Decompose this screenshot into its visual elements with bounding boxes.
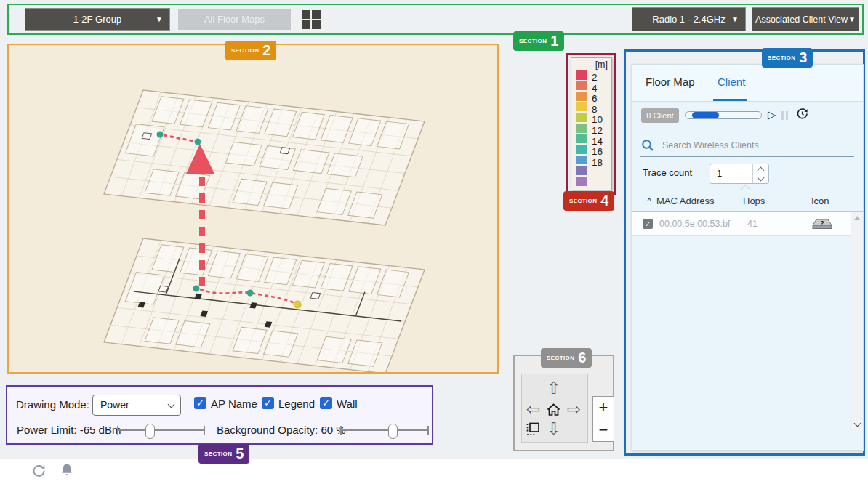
region-select-icon[interactable]: [526, 422, 540, 439]
client-search[interactable]: [641, 139, 809, 152]
client-panel-box: Floor Map Client 0 Client ▷ Trace coun: [624, 49, 865, 456]
section-badge-4: SECTION 4: [563, 191, 614, 211]
wall-checkbox[interactable]: ✓: [320, 397, 332, 409]
legend-unit-label: [m]: [576, 60, 608, 70]
pan-down-icon[interactable]: ⇩: [547, 421, 560, 437]
stepper-down-icon[interactable]: [758, 174, 765, 181]
power-limit-label: Power Limit: -65 dBm: [17, 424, 121, 436]
trace-count-value: 1: [717, 168, 722, 179]
legend-checkbox[interactable]: ✓: [262, 397, 274, 409]
bottom-bar: [0, 459, 868, 484]
client-mac-address: 00:00:5e:00:53:bf: [659, 219, 730, 229]
stepper-up-icon[interactable]: [758, 166, 765, 174]
pan-up-icon[interactable]: ⇧: [547, 380, 560, 396]
background-opacity-slider[interactable]: [341, 423, 428, 437]
legend-swatch: [576, 113, 587, 122]
legend-swatch: [576, 145, 587, 154]
client-list-scrollbar[interactable]: [851, 212, 863, 432]
svg-text:?: ?: [820, 219, 824, 227]
column-icon: Icon: [811, 195, 829, 206]
floor-map-area: [7, 44, 499, 374]
floor-1f-plan: [104, 238, 425, 372]
home-icon[interactable]: [546, 403, 561, 420]
chevron-down-icon: ▼: [156, 15, 163, 23]
background-opacity-slider-handle[interactable]: [388, 424, 398, 439]
scroll-down-icon[interactable]: [853, 420, 861, 427]
scroll-up-icon[interactable]: [854, 216, 860, 220]
legend-swatch: [576, 124, 587, 133]
search-divider: [640, 156, 854, 157]
legend-swatch: [576, 134, 587, 144]
legend-checkbox-label: Legend: [278, 398, 315, 410]
grid-view-icon[interactable]: [302, 10, 321, 29]
floor-map-canvas[interactable]: [9, 45, 497, 372]
trace-count-stepper[interactable]: [752, 164, 768, 183]
tab-floor-map[interactable]: Floor Map: [646, 76, 695, 88]
wall-checkbox-label: Wall: [337, 398, 358, 410]
legend-tick-labels: 2 4 6 8 10 12 14 16 18: [592, 73, 603, 168]
section-badge-3: SECTION 3: [762, 48, 813, 68]
chevron-down-icon: [168, 401, 175, 408]
legend-swatch: [576, 70, 587, 80]
trace-count-input[interactable]: 1: [710, 164, 769, 184]
floor-2f-plan: [104, 90, 425, 225]
client-panel-card: Floor Map Client 0 Client ▷ Trace coun: [632, 64, 864, 451]
refresh-icon[interactable]: [796, 108, 808, 122]
power-limit-slider-handle[interactable]: [145, 424, 155, 439]
section-badge-1: SECTION 1: [513, 31, 564, 51]
ap-device-icon: [280, 148, 290, 154]
drawing-mode-select[interactable]: Power: [92, 395, 181, 416]
client-row-checkbox[interactable]: ✓: [643, 219, 653, 229]
section-badge-5: SECTION 5: [198, 444, 249, 464]
client-count-badge: 0 Client: [641, 108, 679, 123]
drawing-mode-label: Drawing Mode:: [16, 398, 89, 411]
search-wireless-clients-input[interactable]: [661, 140, 809, 151]
legend-swatch: [576, 81, 587, 91]
all-floor-maps-button[interactable]: All Floor Maps: [178, 9, 291, 30]
client-table-row[interactable]: ✓ 00:00:5e:00:53:bf 41 ?: [632, 212, 851, 236]
client-point-1f: [294, 301, 301, 308]
floor-group-dropdown[interactable]: 1-2F Group ▼: [25, 8, 170, 31]
zoom-out-button[interactable]: −: [592, 419, 614, 442]
navigation-pad: ⇧ ⇦ ⇨ ⇩: [521, 374, 588, 443]
power-limit-slider[interactable]: [118, 423, 204, 437]
history-icon[interactable]: [32, 464, 46, 480]
pause-icon[interactable]: [781, 110, 788, 122]
pan-left-icon[interactable]: ⇦: [526, 401, 540, 417]
trace-count-row: Trace count 1: [632, 164, 863, 182]
pan-right-icon[interactable]: ⇨: [567, 401, 581, 417]
radio-dropdown[interactable]: Radio 1 - 2.4GHz ▼: [632, 7, 746, 31]
legend-card: [m] 2 4 6: [571, 57, 612, 190]
legend-box: [m] 2 4 6: [566, 53, 616, 195]
active-tab-underline: [713, 99, 747, 101]
ap-name-checkbox[interactable]: ✓: [194, 397, 206, 409]
section-badge-6: SECTION 6: [541, 348, 592, 368]
all-floor-maps-label: All Floor Maps: [204, 14, 265, 25]
floor-map-application: 1-2F Group ▼ All Floor Maps Radio 1 - 2.…: [0, 0, 868, 484]
radio-dropdown-label: Radio 1 - 2.4GHz: [652, 14, 725, 25]
ap-device-icon: [158, 286, 169, 292]
chevron-down-icon: ▼: [848, 15, 856, 23]
drawing-mode-value: Power: [100, 399, 129, 411]
zoom-in-button[interactable]: +: [592, 396, 614, 419]
top-toolbar: 1-2F Group ▼ All Floor Maps Radio 1 - 2.…: [7, 4, 864, 35]
drawing-controls-box: Drawing Mode: Power ✓ AP Name ✓ Legend ✓…: [6, 385, 433, 445]
client-table-header: ^ MAC Address Hops Icon: [632, 190, 863, 212]
section-badge-2: SECTION 2: [225, 41, 276, 60]
client-hops: 41: [747, 219, 758, 229]
trace-count-label: Trace count: [643, 167, 692, 178]
legend-swatch: [576, 156, 587, 165]
playback-slider-fill: [692, 112, 719, 118]
playback-slider[interactable]: [685, 111, 762, 119]
column-mac-address[interactable]: MAC Address: [656, 195, 714, 206]
column-hops[interactable]: Hops: [743, 195, 765, 206]
tab-client[interactable]: Client: [718, 76, 745, 88]
sort-asc-icon[interactable]: ^: [647, 195, 651, 206]
client-view-dropdown-label: Associated Client View: [755, 15, 848, 25]
search-icon: [641, 139, 654, 152]
ap-point-1f: [247, 290, 254, 297]
client-view-dropdown[interactable]: Associated Client View ▼: [752, 7, 859, 31]
play-icon[interactable]: ▷: [768, 108, 776, 121]
ap-device-icon: [142, 133, 152, 140]
bell-icon[interactable]: [60, 463, 73, 480]
